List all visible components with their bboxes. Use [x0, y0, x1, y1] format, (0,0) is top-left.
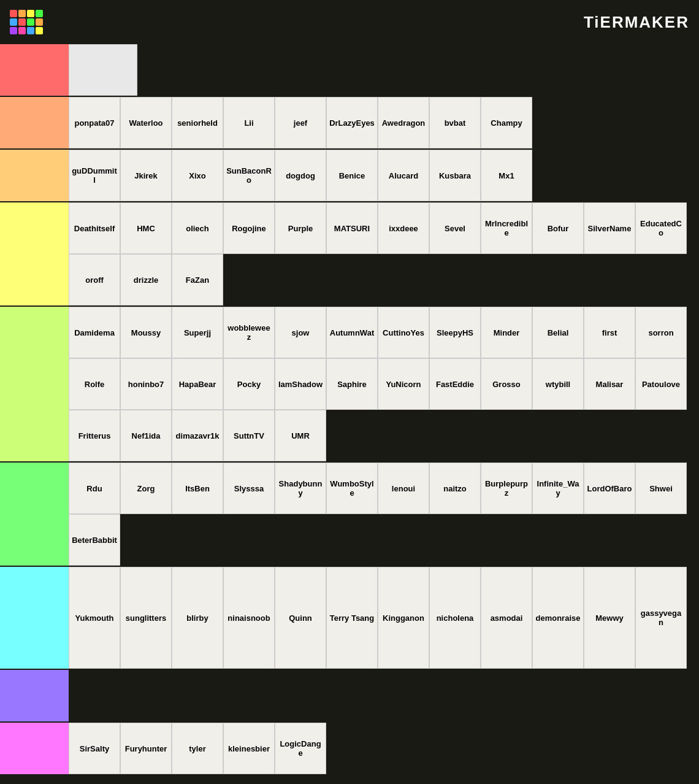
tier-cell: Lii	[223, 97, 275, 148]
tier-dark-fill	[326, 410, 699, 461]
tier-cell: HapaBear	[172, 358, 223, 410]
tier-cell: MrIncredible	[481, 202, 532, 254]
tier-cell: Terry Tsang	[326, 567, 378, 669]
tier-cell: first	[584, 307, 635, 358]
tier-cell: demonraise	[532, 567, 584, 669]
tier-cell: LogicDange	[275, 723, 326, 774]
tier-cell: bvbat	[429, 97, 481, 148]
tier-cell: Deathitself	[69, 202, 120, 254]
tier-cell: Yukmouth	[69, 567, 120, 669]
tier-label-b	[0, 463, 69, 566]
tier-cell: Fritterus	[69, 410, 120, 461]
logo-cell	[18, 10, 26, 17]
tier-cell: Mx1	[481, 150, 532, 201]
tier-dark-fill	[223, 254, 699, 306]
tier-cell: Mewwy	[584, 567, 635, 669]
tier-cell: FastEddie	[429, 358, 481, 410]
logo-cell	[10, 10, 17, 17]
tier-cell: YuNicorn	[378, 358, 429, 410]
tier-cell: MATSURI	[326, 202, 378, 254]
tier-cell: Bofur	[532, 202, 584, 254]
tier-cell: Malisar	[584, 358, 635, 410]
tier-cell: tyler	[172, 723, 223, 774]
tier-cell: IamShadow	[275, 358, 326, 410]
tier-content-aplus: ponpata07WaterlooseniorheldLiijeefDrLazy…	[69, 97, 699, 148]
tier-cell: naitzo	[429, 463, 481, 514]
logo-cell	[18, 18, 26, 26]
tier-cell: DrLazyEyes	[326, 97, 378, 148]
logo-cell	[36, 27, 43, 34]
tier-cell: oroff	[69, 254, 120, 306]
logo-cell	[27, 18, 34, 26]
tier-content-bplus: DamidemaMoussySuperjjwobbleweezsjowAutum…	[69, 307, 699, 461]
tier-label-a	[0, 150, 69, 201]
tier-cell: Shwei	[635, 463, 687, 514]
tier-cell: Patoulove	[635, 358, 687, 410]
tier-cell: ixxdeee	[378, 202, 429, 254]
tier-row-a: guDDummit lJkirekXixoSunBaconRodogdogBen…	[0, 150, 699, 202]
tier-cell-xqn	[69, 44, 137, 96]
tier-cell: ponpata07	[69, 97, 120, 148]
tier-cell: Kusbara	[429, 150, 481, 201]
tier-cell: Shadybunny	[275, 463, 326, 514]
tier-row-c	[0, 670, 699, 723]
tier-cell: seniorheld	[172, 97, 223, 148]
tier-cell: oliech	[172, 202, 223, 254]
logo-cell	[18, 27, 26, 34]
tier-cell: Quinn	[275, 567, 326, 669]
tier-cell: drizzle	[120, 254, 172, 306]
tier-cell: SuttnTV	[223, 410, 275, 461]
tier-dark-fill	[532, 97, 699, 148]
tier-cell: jeef	[275, 97, 326, 148]
tier-cell: Damidema	[69, 307, 120, 358]
logo-cell	[27, 27, 34, 34]
logo-cell	[27, 10, 34, 17]
logo-grid	[10, 10, 43, 34]
tier-cell: Xixo	[172, 150, 223, 201]
tier-cell: Rogojine	[223, 202, 275, 254]
tier-cell: wtybill	[532, 358, 584, 410]
tier-row-aplus: ponpata07WaterlooseniorheldLiijeefDrLazy…	[0, 97, 699, 150]
tier-row-bminus: YukmouthsunglittersblirbyninaisnoobQuinn…	[0, 567, 699, 670]
tier-cell: Belial	[532, 307, 584, 358]
tier-cell: nicholena	[429, 567, 481, 669]
tier-cell: Zorg	[120, 463, 172, 514]
tier-row-s	[0, 44, 699, 97]
tier-label-bplus	[0, 307, 69, 461]
tier-content-newcomer: SirSaltyFuryhuntertylerkleinesbierLogicD…	[69, 723, 699, 774]
tier-cell: Minder	[481, 307, 532, 358]
tier-cell: asmodai	[481, 567, 532, 669]
tier-cell: Rolfe	[69, 358, 120, 410]
tier-cell: WumboStyle	[326, 463, 378, 514]
tier-cell: Benice	[326, 150, 378, 201]
tier-cell: wobbleweez	[223, 307, 275, 358]
tier-cell: Alucard	[378, 150, 429, 201]
tier-label-newcomer	[0, 723, 69, 774]
tier-content-aminus: DeathitselfHMColiechRogojinePurpleMATSUR…	[69, 202, 699, 306]
tier-cell: sorron	[635, 307, 687, 358]
tier-cell: kleinesbier	[223, 723, 275, 774]
tier-cell: Awedragon	[378, 97, 429, 148]
tier-cell: lenoui	[378, 463, 429, 514]
tier-cell: Pocky	[223, 358, 275, 410]
logo-cell	[10, 18, 17, 26]
tier-cell: LordOfBaro	[584, 463, 635, 514]
tier-label-aplus	[0, 97, 69, 148]
tier-content-a: guDDummit lJkirekXixoSunBaconRodogdogBen…	[69, 150, 699, 201]
tier-cell: FaZan	[172, 254, 223, 306]
tier-cell: Jkirek	[120, 150, 172, 201]
tier-content-b: RduZorgItsBenSlysssaShadybunnyWumboStyle…	[69, 463, 699, 566]
tier-content-bminus: YukmouthsunglittersblirbyninaisnoobQuinn…	[69, 567, 699, 669]
tier-cell: Saphire	[326, 358, 378, 410]
tier-cell: Superjj	[172, 307, 223, 358]
tier-cell: dimazavr1k	[172, 410, 223, 461]
tier-label-c	[0, 670, 69, 721]
logo-cell	[36, 18, 43, 26]
tier-cell: HMC	[120, 202, 172, 254]
tier-cell: honinbo7	[120, 358, 172, 410]
tier-cell: Infinite_Way	[532, 463, 584, 514]
tier-empty-c	[69, 670, 699, 721]
tier-cell: blirby	[172, 567, 223, 669]
tier-cell: Sevel	[429, 202, 481, 254]
tier-cell: Nef1ida	[120, 410, 172, 461]
